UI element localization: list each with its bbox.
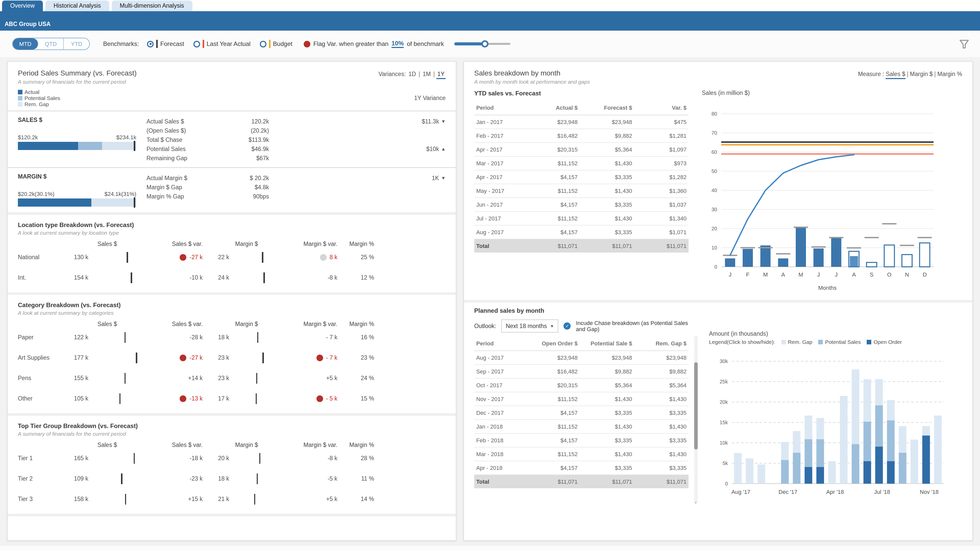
- breakdown-row-paper[interactable]: Paper122 k-28 k18 k- 7 k16 %: [18, 327, 445, 348]
- breakdown-header: Sales $Sales $ var.Margin $Margin $ var.…: [18, 442, 445, 448]
- variances-label: Variances:: [379, 71, 406, 77]
- table-row[interactable]: Aug - 2017$23,948$23,948$23,948: [474, 351, 689, 365]
- variance-1d[interactable]: 1D: [407, 71, 417, 77]
- breakdown-row-tier-1[interactable]: Tier 1165 k-18 k20 k-8 k28 %: [18, 448, 445, 468]
- breakdown-row-other[interactable]: Other105 k-13 k17 k- 5 k15 %: [18, 388, 445, 409]
- summary-row: Actual Sales $120.2k$11.3k▼: [146, 117, 445, 126]
- svg-text:D: D: [923, 272, 927, 278]
- tab-historical-analysis[interactable]: Historical Analysis: [45, 0, 109, 11]
- table-row[interactable]: Dec - 2017$4,157$3,335$3,335: [474, 406, 689, 420]
- table-row[interactable]: Apr - 2017$4,157$3,335$1,282: [474, 170, 689, 184]
- benchmark-group: ForecastLast Year ActualBudget: [147, 40, 293, 48]
- table-row[interactable]: Feb - 2017$16,482$9,882$1,281: [474, 129, 689, 143]
- filter-icon[interactable]: [959, 38, 970, 49]
- table-row[interactable]: Nov - 2017$11,152$1,430$1,430: [474, 392, 689, 406]
- svg-text:M: M: [799, 272, 803, 278]
- radio-icon: [147, 41, 154, 47]
- benchmark-forecast[interactable]: Forecast: [147, 40, 184, 48]
- amount-chart-title: Amount (in thousands): [709, 330, 962, 337]
- svg-text:50: 50: [711, 168, 717, 174]
- chase-checkbox[interactable]: ✓: [564, 322, 571, 330]
- flag-suffix: of benchmark: [407, 40, 444, 48]
- breakdown-row-art-supplies[interactable]: Art Supplies177 k-27 k23 k- 7 k23 %: [18, 348, 445, 368]
- svg-text:80: 80: [711, 111, 717, 117]
- alert-dot-icon: [316, 354, 323, 361]
- table-row[interactable]: Jan - 2018$11,152$1,430$1,430: [474, 420, 689, 433]
- legend-item-open-order[interactable]: Open Order: [867, 339, 902, 345]
- sales-bar: [92, 374, 150, 382]
- legend-swatch: [18, 89, 22, 94]
- table-row[interactable]: Sep - 2017$16,482$9,882$9,882: [474, 365, 689, 378]
- breakdown-row-tier-2[interactable]: Tier 2109 k-23 k18 k-5 k11 %: [18, 468, 445, 489]
- benchmark-last-year-actual[interactable]: Last Year Actual: [193, 40, 250, 48]
- legend-swatch: [18, 96, 22, 100]
- legend-item-rem-gap: Rem. Gap: [18, 101, 60, 107]
- sales-bullet-chart: [18, 142, 136, 150]
- table-row[interactable]: Aug - 2017$4,157$3,335$1,071: [474, 225, 689, 239]
- table-row[interactable]: Apr - 2017$20,315$5,364$1,097: [474, 143, 689, 156]
- breakdown-row-pens[interactable]: Pens155 k+14 k23 k+5 k24 %: [18, 368, 445, 388]
- table-row[interactable]: Oct - 2017$20,315$5,364$5,364: [474, 378, 689, 392]
- table-row[interactable]: Jan - 2017$23,948$23,948$475: [474, 115, 689, 129]
- table-row[interactable]: Apr - 2018$4,157$3,335$3,335: [474, 461, 689, 475]
- planned-table-scrollbar[interactable]: [694, 336, 698, 503]
- svg-text:40: 40: [711, 187, 717, 193]
- breakdown-row-int[interactable]: Int.154 k-10 k24 k-8 k12 %: [18, 267, 445, 288]
- planned-sales-chart[interactable]: 05k10k15k20k25k30kAug '17Dec '17Apr '18J…: [709, 345, 962, 505]
- table-row[interactable]: Jul - 2017$11,152$1,430$1,340: [474, 211, 689, 225]
- svg-text:0: 0: [714, 264, 717, 270]
- variance-1y[interactable]: 1Y: [436, 71, 445, 79]
- toolbar: MTDQTDYTD Benchmarks: ForecastLast Year …: [0, 30, 980, 57]
- svg-text:Dec '17: Dec '17: [779, 489, 797, 495]
- tab-multi-dimension-analysis[interactable]: Multi-dimension Analysis: [111, 0, 192, 11]
- chase-checkbox-label: Incude Chase breakdown (as Potential Sal…: [576, 320, 690, 332]
- period-mtd[interactable]: MTD: [13, 38, 38, 49]
- sales-bar: [92, 475, 150, 483]
- table-row[interactable]: Jun - 2017$4,157$3,335$1,037: [474, 198, 689, 211]
- legend-swatch: [18, 102, 22, 106]
- breakdown-row-national[interactable]: National130 k-27 k22 k8 k25 %: [18, 247, 445, 267]
- svg-text:70: 70: [711, 130, 717, 136]
- neutral-dot-icon: [320, 254, 326, 260]
- legend-item-rem-gap[interactable]: Rem. Gap: [781, 339, 812, 345]
- period-qtd[interactable]: QTD: [38, 38, 64, 49]
- table-row[interactable]: Mar - 2018$11,152$1,430$1,430: [474, 447, 689, 461]
- period-summary-subtitle: A summary of financials for the current …: [18, 79, 137, 85]
- variance-1m[interactable]: 1M: [422, 71, 432, 77]
- sales-by-month-chart[interactable]: 01020304050607080JFMAMJJASONDMonths: [700, 96, 962, 298]
- breakdown-location-type-breakdown-vs-forecast: Location type Breakdown (vs. Forecast)A …: [18, 219, 445, 288]
- measure-sales[interactable]: Sales $: [886, 71, 905, 79]
- outlook-dropdown[interactable]: Next 18 months ▼: [501, 319, 558, 333]
- breakdown-title: Location type Breakdown (vs. Forecast): [18, 221, 445, 229]
- sales-bar: [92, 495, 150, 503]
- measure-margin[interactable]: Margin %: [937, 71, 962, 77]
- sales-summary-block: SALES $ $120.2k $234.1k Actual Sales $12…: [18, 115, 445, 164]
- legend-item-potential-sales[interactable]: Potential Sales: [818, 339, 861, 345]
- period-toggle: MTDQTDYTD: [12, 38, 90, 50]
- period-ytd[interactable]: YTD: [64, 38, 89, 49]
- table-row[interactable]: May - 2017$11,152$1,430$1,360: [474, 184, 689, 198]
- legend-item-actual: Actual: [18, 89, 60, 95]
- triangle-down-icon: ▼: [441, 119, 445, 124]
- breakdown-category-breakdown-vs-forecast: Category Breakdown (vs. Forecast)A look …: [18, 300, 445, 409]
- sales-bar: [92, 395, 150, 402]
- summary-row: Margin % Gap90bps: [146, 192, 445, 201]
- tab-overview[interactable]: Overview: [2, 0, 43, 11]
- margin-bar: [233, 395, 286, 402]
- table-row[interactable]: Feb - 2018$4,157$3,335$3,335: [474, 433, 689, 447]
- breakdown-row-tier-3[interactable]: Tier 3158 k+15 k21 k+5 k14 %: [18, 489, 445, 509]
- alert-dot-icon: [316, 395, 323, 402]
- benchmark-budget[interactable]: Budget: [260, 40, 293, 48]
- table-row[interactable]: Mar - 2017$11,152$1,430$973: [474, 156, 689, 170]
- svg-text:10k: 10k: [720, 440, 728, 446]
- app-header: ABC Group USA: [0, 11, 980, 30]
- measure-margin[interactable]: Margin $: [910, 71, 933, 77]
- svg-text:M: M: [763, 272, 768, 278]
- svg-text:A: A: [781, 272, 785, 278]
- sales-detail-rows: Actual Sales $120.2k$11.3k▼(Open Sales $…: [146, 117, 445, 163]
- scrollbar-down-icon[interactable]: ▼: [694, 501, 698, 505]
- threshold-slider[interactable]: [454, 40, 511, 48]
- breakdown-subtitle: A look at current summary by categories: [18, 310, 445, 316]
- svg-text:25k: 25k: [720, 379, 728, 384]
- flag-threshold[interactable]: 10%: [391, 40, 404, 48]
